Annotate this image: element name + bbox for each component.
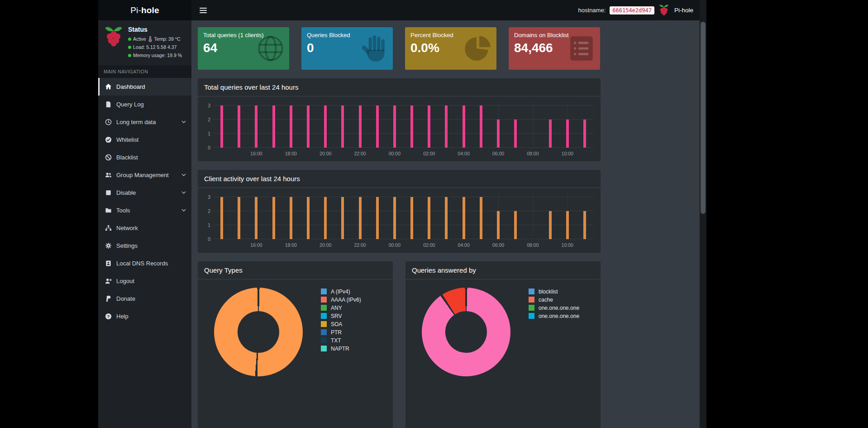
legend-label: PTR [331, 329, 342, 336]
bar [583, 211, 586, 239]
legend-item[interactable]: cache [529, 297, 579, 303]
answered-by-donut-chart [422, 288, 510, 376]
chevron-down-icon [181, 120, 186, 123]
x-axis: 16:0018:0020:0022:0000:0002:0004:0006:00… [213, 148, 593, 159]
legend-label: cache [539, 297, 553, 303]
y-axis-label: 3 [208, 103, 210, 108]
status-memory-text: Memory usage: 19.9 % [133, 52, 182, 60]
x-axis-label: 16:00 [250, 242, 262, 248]
sidebar-item-label: Tools [116, 207, 130, 214]
raspberry-icon [658, 4, 669, 16]
y-axis-label: 2 [208, 117, 210, 122]
pihole-admin-app: Pi-hole hostname: 666154e2d947 Pi-hole S… [98, 0, 706, 428]
bar [272, 106, 275, 148]
bar [410, 197, 413, 239]
globe-icon [256, 34, 286, 63]
ban-icon [105, 154, 112, 161]
legend-item[interactable]: SRV [321, 313, 361, 319]
address-book-icon [105, 260, 112, 267]
hostname-value: 666154e2d947 [610, 6, 654, 14]
y-axis-label: 1 [208, 222, 210, 228]
x-axis-label: 06:00 [492, 151, 504, 156]
status-box: Status Active Temp: 39 °C Load: 5.12 5.5… [98, 20, 191, 65]
legend-item[interactable]: PTR [321, 329, 361, 335]
legend-item[interactable]: TXT [321, 337, 361, 343]
panel-title: Client activity over last 24 hours [198, 170, 601, 188]
query-types-legend: A (IPv4) AAAA (IPv6) ANY SRV [321, 287, 361, 376]
bar [497, 211, 500, 239]
sidebar-item-label: Dashboard [116, 83, 145, 90]
sidebar-item-label: Settings [116, 242, 138, 249]
legend-item[interactable]: ANY [321, 305, 361, 311]
sidebar-item-help[interactable]: ? Help [98, 308, 191, 325]
legend-swatch [321, 321, 327, 327]
legend-item[interactable]: one.one.one.one [529, 313, 579, 319]
legend-label: SRV [331, 313, 342, 319]
sidebar-item-settings[interactable]: Settings [98, 237, 191, 255]
sidebar-item-logout[interactable]: Logout [98, 272, 191, 290]
sidebar-item-tools[interactable]: Tools [98, 202, 191, 219]
gear-icon [105, 242, 112, 249]
legend-item[interactable]: AAAA (IPv6) [321, 297, 361, 303]
scrollbar-thumb[interactable] [701, 22, 706, 214]
x-axis-label: 08:00 [527, 242, 539, 248]
sidebar-item-label: Disable [116, 189, 136, 196]
bar [583, 120, 586, 148]
sidebar-item-donate[interactable]: Donate [98, 290, 191, 308]
sidebar-item-label: Help [116, 313, 129, 320]
legend-item[interactable]: NAPTR [321, 346, 361, 351]
menu-toggle-button[interactable] [198, 5, 209, 16]
y-axis-label: 3 [208, 194, 210, 200]
query-types-donut-chart [214, 288, 303, 376]
sidebar-item-whitelist[interactable]: Whitelist [98, 131, 191, 149]
legend-item[interactable]: A (IPv4) [321, 289, 361, 294]
x-axis-label: 02:00 [423, 151, 435, 156]
paypal-icon [105, 295, 112, 302]
sidebar-item-group-management[interactable]: Group Management [98, 166, 191, 184]
scrollbar-track[interactable] [700, 0, 706, 428]
legend-label: ANY [331, 305, 342, 311]
legend-swatch [321, 289, 327, 294]
sidebar-item-disable[interactable]: Disable [98, 184, 191, 202]
legend-swatch [321, 305, 327, 311]
list-icon [567, 34, 596, 63]
legend-item[interactable]: blocklist [529, 289, 579, 294]
status-memory-dot [128, 54, 131, 57]
bar [514, 120, 517, 148]
x-axis-label: 10:00 [562, 151, 573, 156]
bar [255, 106, 258, 148]
bar [497, 120, 500, 148]
chevron-down-icon [181, 209, 186, 212]
x-axis-label: 04:00 [458, 242, 469, 248]
status-load-dot [128, 46, 131, 49]
gridline [533, 194, 533, 236]
pihole-logo [104, 26, 124, 48]
sidebar-item-blacklist[interactable]: Blacklist [98, 149, 191, 166]
summary-cards: Total queries (1 clients) 64 Queries Blo… [198, 27, 601, 70]
sidebar-item-local-dns-records[interactable]: Local DNS Records [98, 255, 191, 272]
status-load-text: Load: 5.12 5.58 4.37 [133, 43, 176, 52]
legend-item[interactable]: SOA [321, 321, 361, 327]
donut-hole [238, 311, 279, 353]
x-axis-label: 18:00 [285, 242, 297, 248]
navbar: hostname: 666154e2d947 Pi-hole [191, 0, 700, 20]
clock-icon [105, 118, 112, 125]
bar [445, 197, 448, 239]
sidebar-item-query-log[interactable]: Query Log [98, 96, 191, 113]
brand-logo[interactable]: Pi-hole [98, 0, 191, 20]
answered-by-legend: blocklist cache one.one.one.one one.on [529, 287, 579, 376]
bar [255, 197, 258, 239]
legend-item[interactable]: one.one.one.one [529, 305, 579, 311]
bar [307, 106, 310, 148]
legend-label: NAPTR [331, 346, 349, 352]
gridline [213, 119, 593, 120]
status-info: Status Active Temp: 39 °C Load: 5.12 5.5… [128, 26, 182, 60]
sidebar-item-network[interactable]: Network [98, 219, 191, 237]
panel-title: Queries answered by [405, 261, 601, 279]
bar [480, 106, 482, 148]
x-axis-label: 16:00 [250, 151, 262, 156]
users-icon [105, 171, 112, 178]
legend-swatch [321, 329, 327, 335]
sidebar-item-dashboard[interactable]: Dashboard [98, 78, 191, 96]
sidebar-item-long-term-data[interactable]: Long term data [98, 113, 191, 131]
